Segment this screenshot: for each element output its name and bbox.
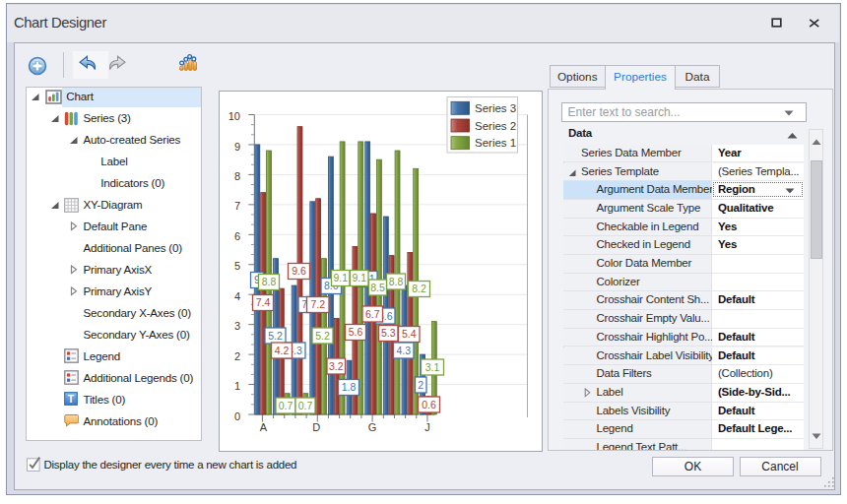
- svg-text:Series 2: Series 2: [475, 119, 516, 131]
- svg-text:2: 2: [418, 378, 424, 390]
- svg-text:7: 7: [233, 200, 239, 212]
- svg-text:5.6: 5.6: [348, 326, 362, 338]
- svg-text:3: 3: [233, 320, 239, 332]
- svg-text:9.6: 9.6: [292, 265, 306, 277]
- svg-text:7.4: 7.4: [255, 296, 270, 308]
- svg-text:3.1: 3.1: [424, 360, 439, 372]
- svg-text:9.1: 9.1: [352, 272, 366, 284]
- svg-text:Series 3: Series 3: [475, 101, 516, 113]
- svg-text:8: 8: [233, 170, 239, 182]
- svg-text:0.6: 0.6: [422, 398, 436, 410]
- svg-text:3.2: 3.2: [328, 359, 343, 371]
- svg-text:4.3: 4.3: [396, 344, 411, 355]
- svg-text:4: 4: [233, 289, 239, 301]
- svg-text:0.7: 0.7: [278, 399, 293, 410]
- svg-text:5: 5: [233, 260, 239, 272]
- svg-text:1: 1: [233, 380, 239, 392]
- svg-text:10: 10: [228, 110, 239, 122]
- svg-text:9: 9: [233, 140, 239, 152]
- svg-text:Series 1: Series 1: [475, 137, 516, 149]
- svg-text:5.2: 5.2: [315, 329, 330, 341]
- svg-text:6.7: 6.7: [364, 307, 379, 319]
- svg-text:A: A: [259, 421, 267, 433]
- svg-text:2: 2: [233, 349, 239, 361]
- svg-text:8.8: 8.8: [261, 276, 276, 287]
- svg-text:8.8: 8.8: [388, 275, 403, 286]
- svg-text:5.4: 5.4: [401, 328, 416, 340]
- svg-text:8.2: 8.2: [412, 283, 426, 294]
- svg-text:0: 0: [233, 410, 239, 421]
- svg-text:0.7: 0.7: [297, 399, 312, 410]
- svg-text:5.2: 5.2: [268, 329, 283, 341]
- svg-text:D: D: [312, 421, 320, 433]
- svg-text:7.2: 7.2: [310, 298, 325, 310]
- svg-text:1.8: 1.8: [341, 381, 356, 393]
- svg-text:6: 6: [233, 229, 239, 241]
- svg-text:8.5: 8.5: [370, 281, 385, 292]
- svg-text:T: T: [67, 393, 74, 405]
- svg-text:5.3: 5.3: [380, 327, 395, 339]
- svg-text:J: J: [424, 421, 430, 433]
- svg-text:G: G: [367, 421, 376, 433]
- svg-text:4.2: 4.2: [274, 344, 289, 355]
- svg-text:9.1: 9.1: [333, 272, 348, 284]
